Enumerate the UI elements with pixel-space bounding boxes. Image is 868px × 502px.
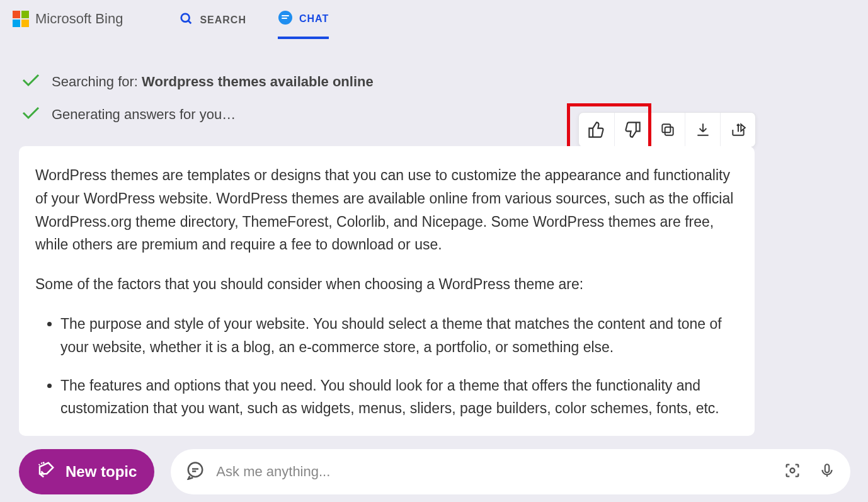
answer-paragraph-2: Some of the factors that you should cons… [35,273,738,296]
tab-search-label: SEARCH [200,14,246,26]
ask-input[interactable] [216,464,772,480]
new-topic-label: New topic [66,463,137,481]
logo-text: Microsoft Bing [35,11,123,27]
search-icon [180,12,193,28]
new-topic-button[interactable]: New topic [19,449,154,494]
svg-line-1 [188,21,191,24]
response-toolbar [578,112,756,147]
searching-query: Wordpress themes available online [142,74,374,89]
answer-bullet: The purpose and style of your website. Y… [60,312,738,359]
svg-point-6 [791,469,795,473]
chat-bubble-icon [186,461,205,482]
svg-rect-4 [662,124,670,132]
searching-prefix: Searching for: [52,74,142,89]
broom-icon [37,460,55,483]
microsoft-logo-icon [13,11,29,27]
checkmark-icon [21,105,40,124]
tab-search[interactable]: SEARCH [180,1,246,37]
dislike-button[interactable] [614,113,649,147]
tab-chat[interactable]: CHAT [278,0,329,39]
tab-chat-label: CHAT [299,13,329,25]
answer-paragraph-1: WordPress themes are templates or design… [35,164,738,256]
copy-button[interactable] [649,113,685,147]
status-area: Searching for: Wordpress themes availabl… [0,38,868,124]
download-button[interactable] [685,113,720,147]
like-button[interactable] [579,113,614,147]
status-searching: Searching for: Wordpress themes availabl… [21,72,868,91]
answer-card: WordPress themes are templates or design… [19,146,755,436]
microphone-icon[interactable] [819,462,835,481]
svg-rect-7 [825,464,830,472]
svg-point-0 [181,14,190,22]
top-bar: Microsoft Bing SEARCH CHAT [0,0,868,38]
visual-search-icon[interactable] [784,462,801,482]
answer-bullet: The features and options that you need. … [60,374,738,421]
share-button[interactable] [720,113,755,147]
nav-tabs: SEARCH CHAT [180,0,329,39]
chat-icon [278,10,293,28]
answer-bullet-list: The purpose and style of your website. Y… [35,312,738,420]
ask-input-container [171,449,850,494]
checkmark-icon [21,72,40,91]
bing-logo[interactable]: Microsoft Bing [13,11,123,27]
generating-text: Generating answers for you… [52,106,236,123]
bottom-bar: New topic [19,449,850,494]
svg-rect-3 [665,127,673,135]
